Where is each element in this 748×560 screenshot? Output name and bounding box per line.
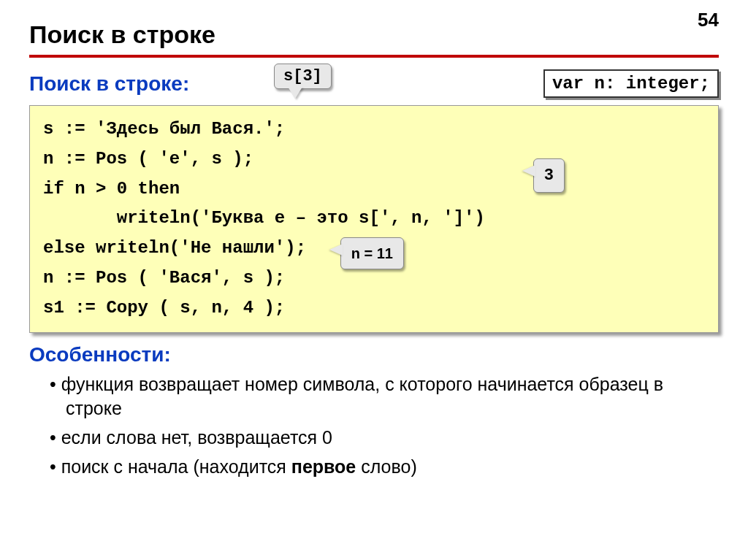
callout-s3-tail-icon <box>288 87 302 99</box>
code-line-4: writeln('Буква е – это s[', n, ']') <box>43 204 705 234</box>
list-item: если слова нет, возвращается 0 <box>50 426 719 450</box>
callout-s3-text: s[3] <box>283 67 322 85</box>
code-block: s := 'Здесь был Вася.'; n := Pos ( 'е', … <box>29 105 719 333</box>
section-header-features: Особенности: <box>29 343 719 367</box>
b3-pre: поиск с начала (находится <box>61 456 291 477</box>
slide-title: Поиск в строке <box>29 20 719 49</box>
callout-3-text: 3 <box>544 166 554 185</box>
page-number: 54 <box>698 9 719 31</box>
callout-s3: s[3] <box>274 64 332 89</box>
callout-n-equals-11: n = 11 <box>340 237 404 269</box>
code-line-3: if n > 0 then <box>43 174 705 204</box>
title-rule <box>29 55 719 58</box>
list-item: функция возвращает номер символа, с кото… <box>50 372 719 422</box>
callout-n11-tail-icon <box>329 244 343 256</box>
callout-3-tail-icon <box>522 165 535 177</box>
code-line-7: s1 := Copy ( s, n, 4 ); <box>43 294 705 323</box>
section-row: Поиск в строке: s[3] var n: integer; <box>29 69 719 98</box>
var-declaration-box: var n: integer; <box>543 69 719 98</box>
code-line-1: s := 'Здесь был Вася.'; <box>43 115 705 145</box>
slide-container: 54 Поиск в строке Поиск в строке: s[3] v… <box>0 0 748 499</box>
features-list: функция возвращает номер символа, с кото… <box>50 372 719 480</box>
list-item: поиск с начала (находится первое слово) <box>50 455 719 480</box>
callout-n11-text: n = 11 <box>351 245 393 261</box>
callout-result-3: 3 <box>533 158 565 193</box>
section-header-search: Поиск в строке: <box>29 72 189 96</box>
b3-post: слово) <box>356 456 416 477</box>
code-line-2: n := Pos ( 'е', s ); <box>43 145 705 174</box>
b3-bold: первое <box>291 456 356 477</box>
